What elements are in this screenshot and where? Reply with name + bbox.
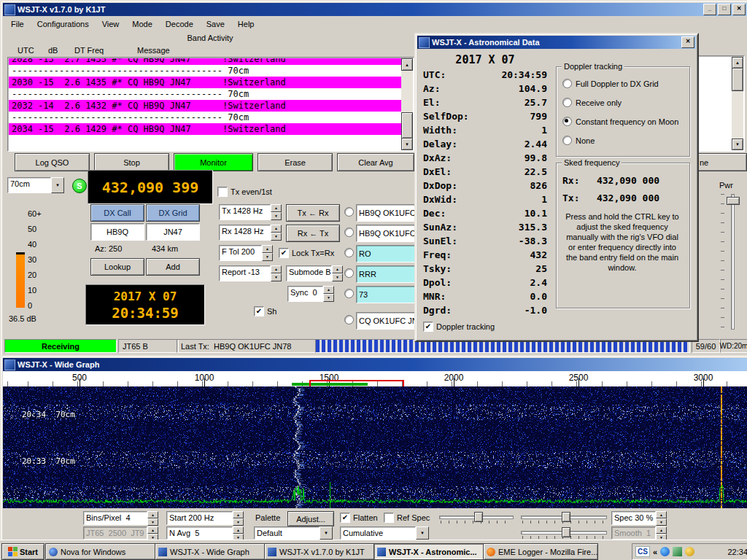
taskbar-item-nova[interactable]: Nova for Windows xyxy=(45,543,160,560)
spin-up-icon[interactable]: ▲ xyxy=(271,225,282,233)
rx-from-tx-button[interactable]: Rx ← Tx xyxy=(286,225,340,242)
spin-down-icon[interactable]: ▼ xyxy=(332,273,343,281)
sync-spinner[interactable]: Sync 0 ▲▼ xyxy=(287,286,334,302)
next-radio[interactable] xyxy=(344,207,354,217)
spin-up-icon[interactable]: ▲ xyxy=(147,511,158,518)
spectrum-mode-combo[interactable]: Cumulative ▼ xyxy=(340,526,429,540)
start-freq-spinner[interactable]: Start 200 Hz ▲▼ xyxy=(166,511,244,525)
report-spinner[interactable]: Report -13 ▲▼ xyxy=(219,265,282,281)
sh-checkbox[interactable]: ✔ Sh xyxy=(254,306,276,316)
decode-row[interactable]: 2034 -15 2.6 1429 #* CQ HB9Q JN47 !Switz… xyxy=(9,123,401,135)
taskbar-item-eme-logger[interactable]: EME Logger - Mozilla Fire... xyxy=(483,543,598,560)
clear-avg-button[interactable]: Clear Avg xyxy=(337,153,414,171)
menu-decode[interactable]: Decode xyxy=(159,18,200,31)
tray-icon-3[interactable] xyxy=(685,547,694,556)
dropdown-arrow-icon[interactable]: ▼ xyxy=(416,526,429,540)
menu-save[interactable]: Save xyxy=(200,18,231,31)
erase-button[interactable]: Erase xyxy=(258,153,333,171)
tune-button-fragment[interactable]: ne xyxy=(697,153,747,171)
taskbar-item-astro[interactable]: WSJT-X - Astronomic... xyxy=(374,543,489,560)
waterfall-gain-slider[interactable] xyxy=(439,511,514,525)
add-button[interactable]: Add xyxy=(146,258,200,276)
tx-freq-spinner[interactable]: Tx 1428 Hz ▲▼ xyxy=(219,204,282,220)
spin-down-icon[interactable]: ▼ xyxy=(233,518,244,526)
flatten-checkbox[interactable]: ✔ Flatten xyxy=(340,513,378,523)
radio-none[interactable]: None xyxy=(562,136,595,145)
tray-icon-2[interactable] xyxy=(673,547,682,556)
next-radio[interactable] xyxy=(344,228,354,237)
spin-up-icon[interactable]: ▲ xyxy=(332,265,343,273)
spin-down-icon[interactable]: ▼ xyxy=(656,518,667,526)
radio-receive-only[interactable]: Receive only xyxy=(562,98,622,107)
menu-view[interactable]: View xyxy=(96,18,126,31)
next-radio[interactable] xyxy=(344,315,354,324)
rx-frequency-scrollbar[interactable]: ▲ ▼ xyxy=(732,57,743,150)
decode-row[interactable]: 2030 -15 2.6 1435 #* CQ HB9Q JN47 !Switz… xyxy=(9,77,401,88)
monitor-button[interactable]: Monitor xyxy=(174,153,253,171)
tx-even-checkbox[interactable]: ✔ Tx even/1st xyxy=(217,187,272,197)
language-indicator[interactable]: CS xyxy=(635,546,650,557)
submode-spinner[interactable]: Submode B ▲▼ xyxy=(286,265,343,281)
tray-chevron[interactable]: « xyxy=(653,548,657,556)
scrollbar-thumb[interactable] xyxy=(732,68,743,91)
n-avg-spinner[interactable]: N Avg 5 ▲▼ xyxy=(166,526,244,540)
decode-row[interactable]: 2032 -14 2.6 1432 #* CQ HB9Q JN47 !Switz… xyxy=(9,100,401,112)
dropdown-arrow-icon[interactable]: ▼ xyxy=(51,177,64,193)
menu-file[interactable]: File xyxy=(4,18,31,31)
slider-handle[interactable] xyxy=(562,512,570,522)
spin-down-icon[interactable]: ▼ xyxy=(323,294,334,302)
slider-handle[interactable] xyxy=(474,512,483,522)
scroll-down-button[interactable]: ▼ xyxy=(732,139,743,150)
scroll-up-button[interactable]: ▲ xyxy=(401,58,413,71)
spin-down-icon[interactable]: ▼ xyxy=(147,518,158,526)
spectrum-gain-slider[interactable] xyxy=(521,526,607,540)
log-qso-button[interactable]: Log QSO xyxy=(15,153,90,171)
spec-percent-spinner[interactable]: Spec 30 % ▲▼ xyxy=(611,511,667,525)
spin-up-icon[interactable]: ▲ xyxy=(271,204,282,212)
start-button[interactable]: Start xyxy=(1,543,44,560)
ftol-spinner[interactable]: F Tol 200 ▲▼ xyxy=(219,245,273,261)
tray-icon-messenger[interactable] xyxy=(660,547,670,556)
dx-call-button[interactable]: DX Call xyxy=(90,204,144,222)
next-radio[interactable] xyxy=(344,289,354,298)
band-activity-scrollbar[interactable]: ▲ ▼ xyxy=(401,58,413,150)
waterfall-zero-slider[interactable] xyxy=(521,511,607,525)
dropdown-arrow-icon[interactable]: ▼ xyxy=(320,526,333,540)
dx-grid-field[interactable]: JN47 xyxy=(146,223,200,241)
taskbar-item-wsjtx-main[interactable]: WSJT-X v1.7.0 by K1JT xyxy=(264,543,379,560)
dx-grid-button[interactable]: DX Grid xyxy=(146,204,200,222)
pwr-slider-track[interactable] xyxy=(731,194,735,330)
dx-call-field[interactable]: HB9Q xyxy=(90,223,144,241)
band-select[interactable]: 70cm ▼ xyxy=(7,177,64,193)
spin-up-icon[interactable]: ▲ xyxy=(656,511,667,518)
spin-up-icon[interactable]: ▲ xyxy=(233,511,244,518)
spin-up-icon[interactable]: ▲ xyxy=(262,245,273,253)
scrollbar-thumb[interactable] xyxy=(401,112,413,139)
scroll-down-button[interactable]: ▼ xyxy=(401,138,413,150)
slider-handle[interactable] xyxy=(562,527,570,537)
lookup-button[interactable]: Lookup xyxy=(90,258,144,276)
next-radio[interactable] xyxy=(344,248,354,257)
stop-button[interactable]: Stop xyxy=(94,153,169,171)
ref-spec-checkbox[interactable]: ✔ Ref Spec xyxy=(384,513,430,523)
palette-combo[interactable]: Default ▼ xyxy=(254,526,333,540)
close-button[interactable]: ✕ xyxy=(732,4,746,15)
spin-up-icon[interactable]: ▲ xyxy=(323,286,334,294)
maximize-button[interactable]: □ xyxy=(718,4,731,15)
radio-constant-freq-moon[interactable]: Constant frequency on Moon xyxy=(562,117,678,126)
menu-help[interactable]: Help xyxy=(231,18,261,31)
rx-freq-spinner[interactable]: Rx 1428 Hz ▲▼ xyxy=(219,225,282,241)
frequency-scale[interactable]: 500 1000 1500 2000 2500 3000 xyxy=(3,371,747,387)
spin-up-icon[interactable]: ▲ xyxy=(271,265,282,273)
wide-graph-titlebar[interactable]: WSJT-X - Wide Graph xyxy=(3,358,747,371)
close-button[interactable]: ✕ xyxy=(681,36,694,48)
menu-mode[interactable]: Mode xyxy=(125,18,159,31)
astro-titlebar[interactable]: WSJT-X - Astronomical Data ✕ xyxy=(417,36,696,49)
spin-down-icon[interactable]: ▼ xyxy=(271,273,282,281)
waterfall[interactable] xyxy=(3,386,747,508)
tx-from-rx-button[interactable]: Tx ← Rx xyxy=(286,204,340,222)
decode-row[interactable]: 2028 -13 2.7 1435 #* CQ HB9Q JN47 !Switz… xyxy=(9,58,401,65)
spin-up-icon[interactable]: ▲ xyxy=(233,526,244,534)
bins-pixel-spinner[interactable]: Bins/Pixel 4 ▲▼ xyxy=(83,511,158,525)
pwr-slider-handle[interactable] xyxy=(727,197,740,205)
